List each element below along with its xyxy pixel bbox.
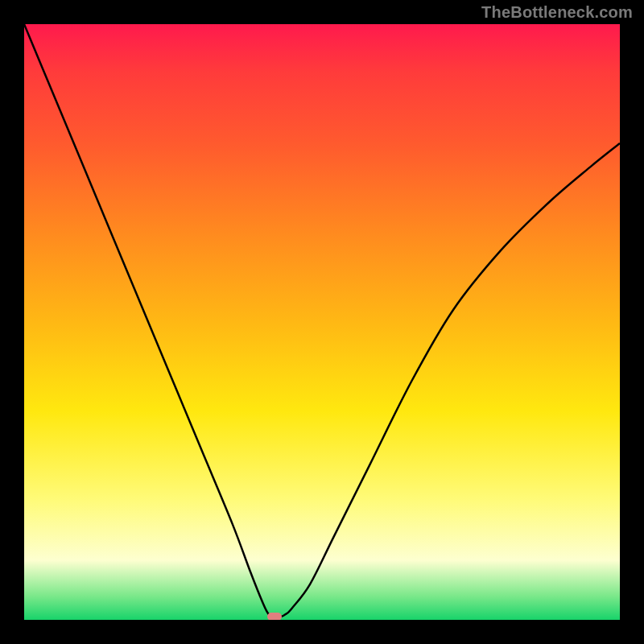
optimal-point-marker [267, 613, 282, 620]
curve-svg [24, 24, 620, 620]
watermark-text: TheBottleneck.com [481, 3, 633, 22]
bottleneck-curve [24, 24, 620, 617]
chart-frame: TheBottleneck.com [0, 0, 644, 644]
plot-area [24, 24, 620, 620]
